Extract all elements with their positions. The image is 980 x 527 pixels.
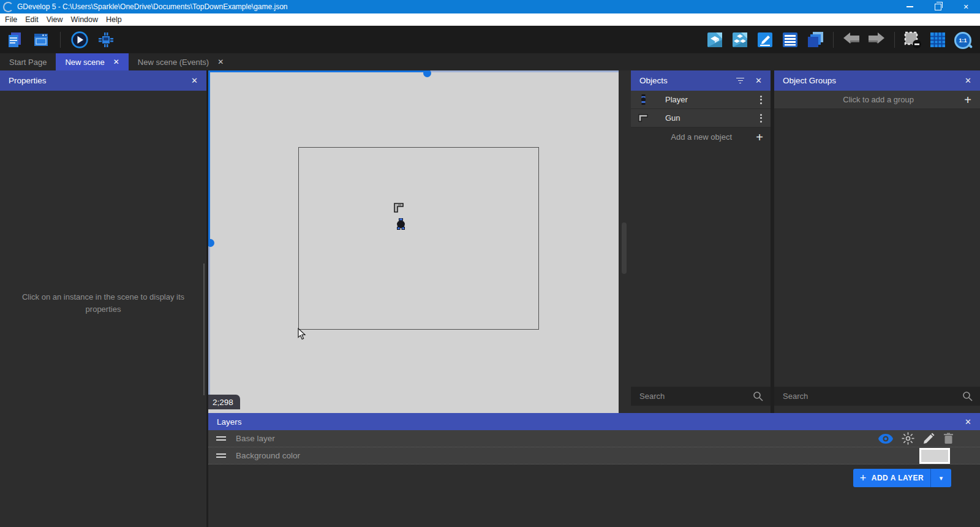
close-icon[interactable]: ✕ <box>965 76 971 85</box>
close-icon[interactable]: ✕ <box>965 417 971 427</box>
add-new-object-button[interactable]: Add a new object + <box>631 127 771 146</box>
drag-handle-icon[interactable] <box>216 452 226 460</box>
horizontal-scrollbar[interactable] <box>427 70 619 72</box>
vertical-scrollbar[interactable] <box>208 70 210 240</box>
undo-icon[interactable] <box>842 31 861 49</box>
start-page-icon[interactable] <box>32 31 50 49</box>
edit-scene-properties-icon[interactable] <box>756 31 774 49</box>
tab-start-page[interactable]: Start Page <box>0 53 56 70</box>
horizontal-scroll-thumb[interactable] <box>423 70 431 77</box>
tab-label: New scene <box>65 58 104 67</box>
titlebar: GDevelop 5 - C:\Users\Sparkle\OneDrive\D… <box>0 0 980 13</box>
object-item-player[interactable]: Player <box>631 91 771 109</box>
kebab-menu-icon[interactable] <box>758 93 764 107</box>
cursor-coordinates-badge: 2;298 <box>208 395 240 409</box>
layer-name: Base layer <box>236 434 275 443</box>
player-instance[interactable] <box>396 218 405 232</box>
close-icon[interactable]: ✕ <box>113 58 119 66</box>
search-icon <box>962 391 973 401</box>
gun-instance[interactable] <box>393 203 404 216</box>
horizontal-scrollbar[interactable] <box>208 70 427 72</box>
menu-edit[interactable]: Edit <box>25 15 45 24</box>
properties-header: Properties ✕ <box>0 70 206 91</box>
kebab-menu-icon[interactable] <box>758 112 764 125</box>
objects-search-input[interactable] <box>638 391 753 401</box>
restore-icon <box>935 4 941 10</box>
project-manager-icon[interactable] <box>6 31 24 49</box>
layer-row-base-layer[interactable]: Base layer <box>208 430 980 447</box>
edit-layer-pencil-icon[interactable] <box>923 433 935 444</box>
window-controls: ✕ <box>895 0 980 13</box>
toolbar: 1:1 <box>0 26 980 53</box>
toolbar-separator <box>60 32 61 48</box>
plus-icon: + <box>860 472 867 483</box>
zoom-ratio-label: 1:1 <box>959 37 967 44</box>
layers-header: Layers ✕ <box>208 413 980 430</box>
object-item-gun[interactable]: Gun <box>631 109 771 127</box>
layers-title: Layers <box>217 417 242 427</box>
plus-icon: + <box>756 131 763 143</box>
debug-icon[interactable] <box>97 31 115 49</box>
play-preview-icon[interactable] <box>70 31 89 49</box>
search-icon <box>753 391 763 401</box>
minimize-button[interactable] <box>895 0 924 13</box>
close-icon[interactable]: ✕ <box>217 58 224 66</box>
gdevelop-logo-icon <box>3 2 13 12</box>
grid-icon[interactable] <box>929 31 947 49</box>
object-groups-title: Object Groups <box>783 76 836 85</box>
toolbar-separator <box>833 32 834 48</box>
layer-row-background-color[interactable]: Background color <box>208 447 980 464</box>
groups-search-input[interactable] <box>782 391 962 401</box>
objects-panel: Objects ✕ Player Gun Add a new object + <box>631 70 771 413</box>
tab-new-scene-events[interactable]: New scene (Events) ✕ <box>129 53 233 70</box>
layers-editor-icon[interactable] <box>806 31 824 49</box>
chevron-down-icon[interactable]: ▾ <box>931 469 951 487</box>
canvas-right-gutter <box>619 70 630 413</box>
layers-panel: Layers ✕ Base layer Background color + A… <box>208 413 980 527</box>
redo-icon[interactable] <box>867 31 886 49</box>
object-groups-editor-icon[interactable] <box>731 31 749 49</box>
delete-layer-trash-icon[interactable] <box>943 433 954 444</box>
add-a-layer-button[interactable]: + ADD A LAYER ▾ <box>853 469 951 487</box>
menu-view[interactable]: View <box>47 15 70 24</box>
objects-search-bar <box>631 387 771 406</box>
mouse-cursor-icon <box>298 328 306 343</box>
menu-window[interactable]: Window <box>71 15 105 24</box>
layer-effects-icon[interactable] <box>902 432 914 445</box>
vertical-scroll-thumb[interactable] <box>208 239 214 247</box>
deselect-instances-icon[interactable] <box>903 31 922 49</box>
player-sprite-icon <box>637 94 649 105</box>
instances-list-icon[interactable] <box>781 31 799 49</box>
close-button[interactable]: ✕ <box>952 0 980 13</box>
visibility-eye-icon[interactable] <box>878 434 893 444</box>
add-new-object-label: Add a new object <box>638 132 756 142</box>
tab-label: New scene (Events) <box>138 58 209 67</box>
close-icon[interactable]: ✕ <box>755 76 762 85</box>
objects-header: Objects ✕ <box>631 70 771 91</box>
menu-help[interactable]: Help <box>106 15 129 24</box>
add-group-button[interactable]: Click to add a group + <box>774 91 980 109</box>
gun-sprite-icon <box>637 114 649 122</box>
filter-icon[interactable] <box>736 78 744 84</box>
drag-handle-icon[interactable] <box>216 434 226 442</box>
menu-file[interactable]: File <box>5 15 24 24</box>
layer-name: Background color <box>236 451 300 460</box>
groups-search-bar <box>774 387 980 406</box>
zoom-1-1-icon[interactable]: 1:1 <box>954 31 972 49</box>
object-groups-header: Object Groups ✕ <box>774 70 980 91</box>
window-title: GDevelop 5 - C:\Users\Sparkle\OneDrive\D… <box>17 2 288 11</box>
objects-title: Objects <box>639 76 668 85</box>
objects-editor-icon[interactable] <box>706 31 724 49</box>
restore-button[interactable] <box>924 0 952 13</box>
scrollbar-thumb[interactable] <box>622 222 627 274</box>
scene-canvas[interactable]: 2;298 <box>208 70 630 413</box>
vertical-scrollbar[interactable] <box>208 247 210 406</box>
gdevelop-window: GDevelop 5 - C:\Users\Sparkle\OneDrive\D… <box>0 0 980 527</box>
scrollbar[interactable] <box>203 264 205 395</box>
plus-icon: + <box>964 94 971 106</box>
close-icon[interactable]: ✕ <box>191 76 198 85</box>
properties-panel: Properties ✕ Click on an instance in the… <box>0 70 206 527</box>
tab-new-scene[interactable]: New scene ✕ <box>56 53 128 70</box>
background-color-swatch[interactable] <box>919 448 950 464</box>
tab-label: Start Page <box>9 58 47 67</box>
